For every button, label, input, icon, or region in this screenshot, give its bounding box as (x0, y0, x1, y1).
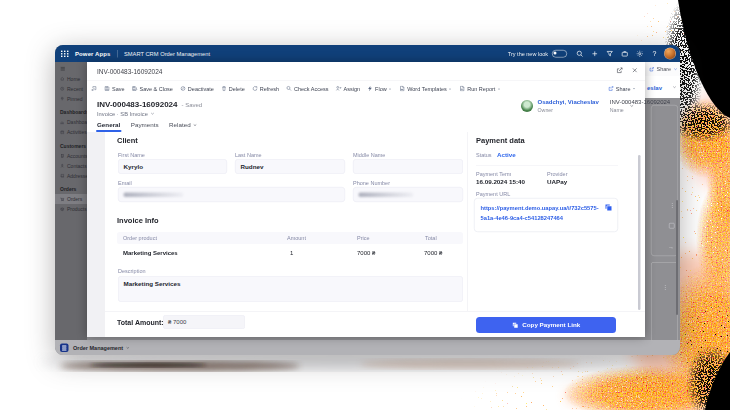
copy-payment-link-button[interactable]: Copy Payment Link (476, 317, 616, 333)
background-owner-link[interactable]: eslav (647, 84, 662, 91)
background-panel (651, 262, 678, 341)
payment-section-heading: Payment data (476, 136, 525, 145)
dialog-scrollbar[interactable] (638, 155, 641, 310)
chevron-down-icon (447, 86, 453, 91)
phone-field[interactable] (353, 187, 463, 202)
chevron-down-icon[interactable] (126, 345, 131, 350)
form-content: Client First Name Last Name Middle Name … (87, 132, 645, 337)
hamburger-icon[interactable] (60, 66, 87, 72)
waffle-icon[interactable] (61, 50, 69, 57)
flow-button[interactable]: Flow (367, 86, 392, 92)
try-new-look-toggle[interactable] (552, 50, 567, 58)
total-amount-field[interactable]: ₴ 7000 (163, 315, 245, 329)
restore-dialog-icon[interactable] (91, 86, 97, 92)
owner-avatar[interactable] (521, 100, 533, 112)
payment-url-link2[interactable]: 5a1a-4e46-9ca4-c54128247464 (481, 215, 564, 221)
assign-button[interactable]: Assign (336, 86, 361, 92)
background-icon (669, 223, 675, 229)
dimmed-backdrop: ⋮ → ⋮ (645, 98, 680, 340)
invoice-table-row[interactable]: Marketing Services 1 7000 ₴ 7000 ₴ (117, 244, 463, 262)
delete-button[interactable]: Delete (221, 86, 245, 92)
last-name-field[interactable]: Rudnev (235, 159, 345, 174)
sidebar-group-dashboards[interactable]: Dashboards (55, 108, 87, 117)
description-label: Description (118, 268, 146, 274)
cell-price: 7000 ₴ (357, 249, 375, 256)
payment-url-field: https://payment.demo.uapay.ua/i/732c5575… (474, 198, 618, 232)
sidebar-item-orders[interactable]: Orders (55, 194, 87, 204)
sidebar-item-addresses[interactable]: Addresses (55, 171, 87, 181)
user-avatar[interactable] (664, 48, 676, 60)
record-title: INV-000483-16092024- Saved (97, 100, 202, 109)
sidebar-item-accounts[interactable]: Accounts (55, 151, 87, 161)
share-icon (649, 66, 655, 72)
close-icon[interactable] (631, 67, 640, 76)
description-field[interactable]: Marketing Services (118, 276, 463, 302)
try-new-look-label: Try the new look (508, 51, 548, 57)
share-button-background[interactable]: Share (649, 66, 680, 72)
email-label: Email (118, 180, 132, 186)
gear-icon[interactable] (632, 45, 647, 62)
status-value: Active (497, 151, 516, 158)
save-status: - Saved (182, 101, 203, 108)
sidebar-item-dashboard[interactable]: Dashboard (55, 117, 87, 127)
chevron-down-icon (150, 111, 155, 116)
payment-url-link[interactable]: https://payment.demo.uapay.ua/i/732c5575… (481, 205, 599, 211)
record-header: INV-000483-16092024- Saved Invoice · SB … (87, 97, 645, 118)
run-report-button[interactable]: Run Report (459, 86, 501, 92)
tab-payments[interactable]: Payments (131, 118, 159, 132)
first-name-label: First Name (118, 152, 145, 158)
col-price: Price (357, 235, 370, 241)
deactivate-button[interactable]: Deactivate (180, 86, 214, 92)
middle-name-field[interactable] (353, 159, 463, 174)
sidebar-item-home[interactable]: Home (55, 74, 87, 84)
sidebar-item-activities[interactable]: Activities (55, 127, 87, 137)
header-fields: Osadchyi, ViacheslavOwner INV-000483-160… (521, 99, 670, 113)
copy-url-icon[interactable] (605, 204, 613, 212)
sidebar-item-pinned[interactable]: Pinned (55, 94, 87, 104)
help-icon[interactable]: ? (647, 45, 662, 62)
check-access-button[interactable]: Check Access (286, 86, 329, 92)
footer-divider (105, 311, 645, 312)
owner-label: Owner (538, 107, 599, 113)
first-name-field[interactable]: Kyrylo (118, 159, 227, 174)
cell-product: Marketing Services (123, 249, 178, 256)
tab-related[interactable]: Related (169, 118, 198, 132)
word-templates-button[interactable]: Word Templates (399, 86, 452, 92)
sidebar-item-products[interactable]: Products (55, 204, 87, 214)
dialog-titlebar: INV-000483-16092024 (87, 62, 645, 81)
sidebar-group-customers[interactable]: Customers (55, 142, 87, 151)
ellipsis-icon: ⋮ (662, 284, 668, 289)
record-name-label: Name (610, 107, 670, 113)
share-icon (608, 86, 614, 92)
settings-briefcase-icon[interactable] (617, 45, 632, 62)
sidebar-group-orders[interactable]: Orders (55, 185, 87, 194)
filter-icon[interactable] (602, 45, 617, 62)
popout-icon[interactable] (616, 67, 625, 76)
app-switcher-label[interactable]: Order Management (73, 345, 123, 351)
save-button[interactable]: Save (104, 86, 125, 92)
payment-term-value: 16.09.2024 15:40 (476, 178, 525, 185)
record-subtitle[interactable]: Invoice · SB Invoice (97, 111, 155, 117)
refresh-button[interactable]: Refresh (252, 86, 279, 92)
plus-icon[interactable] (587, 45, 602, 62)
phone-label: Phone Number (353, 180, 390, 186)
copy-icon (512, 322, 519, 329)
payment-url-label: Payment URL (476, 191, 510, 197)
background-scrollbar[interactable] (676, 200, 678, 315)
owner-link[interactable]: Osadchyi, Viacheslav (538, 99, 599, 106)
sidebar-item-recent[interactable]: Recent (55, 84, 87, 94)
save-and-close-button[interactable]: Save & Close (132, 86, 173, 92)
sidebar-item-contacts[interactable]: Contacts (55, 161, 87, 171)
collapse-header-icon[interactable] (629, 103, 635, 109)
tab-general[interactable]: General (97, 118, 120, 132)
cell-amount: 1 (290, 249, 293, 256)
chevron-down-icon (387, 86, 393, 91)
form-tabs: General Payments Related (87, 118, 645, 132)
ellipsis-icon: ⋮ (669, 202, 675, 207)
provider-label: Provider (547, 171, 567, 177)
search-icon[interactable] (572, 45, 587, 62)
share-button[interactable]: Share (608, 80, 638, 97)
email-field[interactable] (118, 187, 345, 202)
chevron-down-icon (672, 85, 677, 90)
status-label: Status (476, 152, 492, 158)
